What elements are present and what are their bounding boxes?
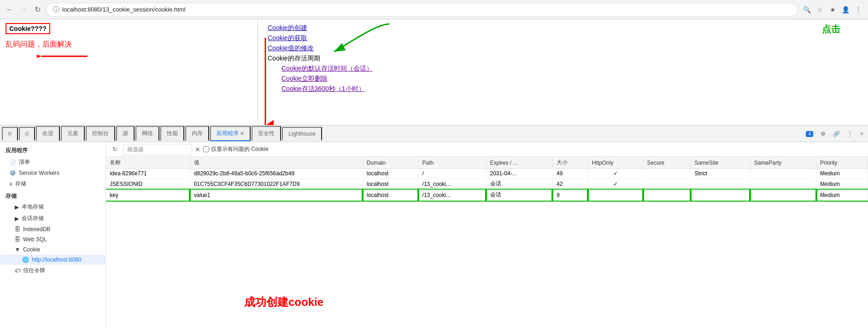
col-name[interactable]: 名称 xyxy=(106,157,190,169)
cookie-expand-icon: ▼ xyxy=(15,246,20,253)
col-path[interactable]: Path xyxy=(418,157,486,169)
only-issues-checkbox-label[interactable]: 仅显示有问题的 Cookie xyxy=(203,145,269,153)
only-issues-checkbox[interactable] xyxy=(203,146,209,152)
indexeddb-icon: 🗄 xyxy=(15,226,20,233)
cookie-box-text: Cookie???? xyxy=(6,23,50,34)
service-workers-icon: ⚙️ xyxy=(9,170,16,176)
devtools-action-icons: 4 ⚙ 🔗 ⋮ > xyxy=(803,129,866,139)
profile-button[interactable]: 👤 xyxy=(840,5,850,15)
close-devtools-btn[interactable]: > xyxy=(857,129,866,139)
settings-btn[interactable]: ⚙ xyxy=(818,129,828,139)
tab-elements[interactable]: 元素 xyxy=(61,126,85,141)
link-3600s[interactable]: Cookie存活3600秒（1小时） xyxy=(282,85,861,93)
table-row[interactable]: keyvalue1localhost/13_cooki...会话9Medium xyxy=(106,190,868,201)
devtools-main-panel: ↻ ✕ 仅显示有问题的 Cookie xyxy=(106,142,868,328)
devtools-tabs: ⎘ ⎙ 欢迎 元素 控制台 源 网络 性能 内存 应用程序 ✕ 安全性 Ligh… xyxy=(0,125,868,142)
col-domain[interactable]: Domain xyxy=(363,157,418,169)
tab-network[interactable]: 网络 xyxy=(135,126,159,141)
sidebar-item-trust-token[interactable]: 🏷 信任令牌 xyxy=(0,265,106,276)
manifest-label: 清单 xyxy=(19,158,30,166)
trust-icon: 🏷 xyxy=(15,268,20,274)
col-value[interactable]: 值 xyxy=(190,157,363,169)
tab-welcome[interactable]: 欢迎 xyxy=(36,126,60,141)
link-delete-cookie[interactable]: Cookie立即删除 xyxy=(282,75,861,83)
devtools-body: 应用程序 📄 清单 ⚙️ Service Workers ≡ 存储 存储 xyxy=(0,142,868,328)
refresh-cookies-btn[interactable]: ↻ xyxy=(110,145,120,154)
browser-chrome: ← → ↻ ⓘ localhost:8080/13_cookie_session… xyxy=(0,0,868,19)
tab-security[interactable]: 安全性 xyxy=(252,126,281,141)
more-btn[interactable]: ⋮ xyxy=(845,129,856,139)
page-left: Cookie???? 乱码问题，后面解决 xyxy=(0,19,258,125)
col-priority[interactable]: Priority xyxy=(816,157,868,169)
sidebar-item-manifest[interactable]: 📄 清单 xyxy=(0,156,106,168)
sidebar-item-session-storage[interactable]: ▶ 会话存储 xyxy=(0,213,106,224)
indexeddb-label: IndexedDB xyxy=(23,226,50,233)
dock-btn[interactable]: 🔗 xyxy=(830,129,843,139)
sidebar-item-local-storage[interactable]: ▶ 本地存储 xyxy=(0,201,106,213)
sidebar-item-cookie[interactable]: ▼ Cookie xyxy=(0,245,106,255)
sidebar-item-cookie-localhost[interactable]: 🌐 http://localhost:8080 xyxy=(0,255,106,265)
main-area: Cookie???? 乱码问题，后面解决 点击 xyxy=(0,19,868,328)
dt-icon-cursor[interactable]: ⎘ xyxy=(2,127,18,141)
devtools-content: 名称 值 Domain Path Expires / ... 大小 HttpOn… xyxy=(106,157,868,328)
tab-performance[interactable]: 性能 xyxy=(160,126,184,141)
cookie-label: Cookie xyxy=(23,246,40,253)
session-storage-label: 会话存储 xyxy=(22,215,44,222)
sidebar-item-web-sql[interactable]: 🗄 Web SQL xyxy=(0,234,106,245)
filter-input[interactable] xyxy=(123,144,192,155)
col-httponly[interactable]: HttpOnly xyxy=(588,157,643,169)
tab-console[interactable]: 控制台 xyxy=(86,126,115,141)
clear-filter-btn[interactable]: ✕ xyxy=(195,146,200,153)
local-storage-label: 本地存储 xyxy=(22,203,44,211)
dt-icon-inspect[interactable]: ⎙ xyxy=(19,127,35,141)
cookie-table: 名称 值 Domain Path Expires / ... 大小 HttpOn… xyxy=(106,157,868,201)
col-sameparty[interactable]: SameParty xyxy=(750,157,816,169)
col-secure[interactable]: Secure xyxy=(643,157,691,169)
col-samesite[interactable]: SameSite xyxy=(691,157,750,169)
page-content: Cookie???? 乱码问题，后面解决 点击 xyxy=(0,19,868,125)
search-button[interactable]: 🔍 xyxy=(802,5,812,15)
menu-button[interactable]: ⋮ xyxy=(853,5,863,15)
app-section-title: 应用程序 xyxy=(0,145,106,156)
sidebar-item-service-workers[interactable]: ⚙️ Service Workers xyxy=(0,168,106,178)
garbled-text: 乱码问题，后面解决 xyxy=(6,40,252,49)
notification-btn[interactable]: 4 xyxy=(803,129,816,139)
reload-button[interactable]: ↻ xyxy=(32,5,42,15)
devtools-toolbar: ↻ ✕ 仅显示有问题的 Cookie xyxy=(106,142,868,157)
trust-label: 信任令牌 xyxy=(23,267,45,274)
storage-icon: ≡ xyxy=(9,181,12,187)
globe-icon: 🌐 xyxy=(22,256,29,263)
col-size[interactable]: 大小 xyxy=(552,157,588,169)
star-button[interactable]: ★ xyxy=(827,5,838,15)
devtools: ⎘ ⎙ 欢迎 元素 控制台 源 网络 性能 内存 应用程序 ✕ 安全性 Ligh… xyxy=(0,125,868,328)
tab-lighthouse[interactable]: Lighthouse xyxy=(282,127,322,141)
col-expires[interactable]: Expires / ... xyxy=(486,157,552,169)
bookmark-button[interactable]: ☆ xyxy=(815,5,825,15)
link-get-cookie[interactable]: Cookie的获取 xyxy=(268,34,861,42)
storage-group-title: 存储 xyxy=(0,190,106,201)
link-create-cookie[interactable]: Cookie的创建 xyxy=(268,24,861,32)
address-bar[interactable]: ⓘ localhost:8080/13_cookie_session/cooki… xyxy=(46,3,798,17)
lock-icon: ⓘ xyxy=(53,6,59,14)
service-workers-label: Service Workers xyxy=(19,170,59,176)
browser-actions: 🔍 ☆ ★ 👤 ⋮ xyxy=(802,5,863,15)
back-button[interactable]: ← xyxy=(5,5,15,15)
devtools-sidebar: 应用程序 📄 清单 ⚙️ Service Workers ≡ 存储 存储 xyxy=(0,142,106,328)
link-default-session[interactable]: Cookie的默认存活时间（会话） xyxy=(282,65,861,73)
storage-group-label: 存储 xyxy=(6,192,17,200)
sidebar-item-indexeddb[interactable]: 🗄 IndexedDB xyxy=(0,224,106,234)
link-modify-cookie[interactable]: Cookie值的修改 xyxy=(268,44,861,53)
web-sql-label: Web SQL xyxy=(23,236,47,243)
table-row[interactable]: Idea-8296e771d829029c-2b8-49a5-b0c6-25f6… xyxy=(106,169,868,179)
table-row[interactable]: JSESSIONID01C755C3CF4F35C6D77301022F1AF7… xyxy=(106,179,868,190)
tab-application[interactable]: 应用程序 ✕ xyxy=(210,126,251,141)
tab-memory[interactable]: 内存 xyxy=(185,126,209,141)
sidebar-item-storage[interactable]: ≡ 存储 xyxy=(0,178,106,190)
page-right: 点击 Cookie的创建 Cookie的获取 Cookie值的修改 Cookie… xyxy=(260,19,868,125)
tab-sources[interactable]: 源 xyxy=(116,126,135,141)
cookie-localhost-label: http://localhost:8080 xyxy=(32,256,81,263)
forward-button[interactable]: → xyxy=(18,5,29,15)
manifest-icon: 📄 xyxy=(9,159,16,166)
cookie-table-wrap[interactable]: 名称 值 Domain Path Expires / ... 大小 HttpOn… xyxy=(106,157,868,328)
expand-icon: ▶ xyxy=(15,215,19,222)
